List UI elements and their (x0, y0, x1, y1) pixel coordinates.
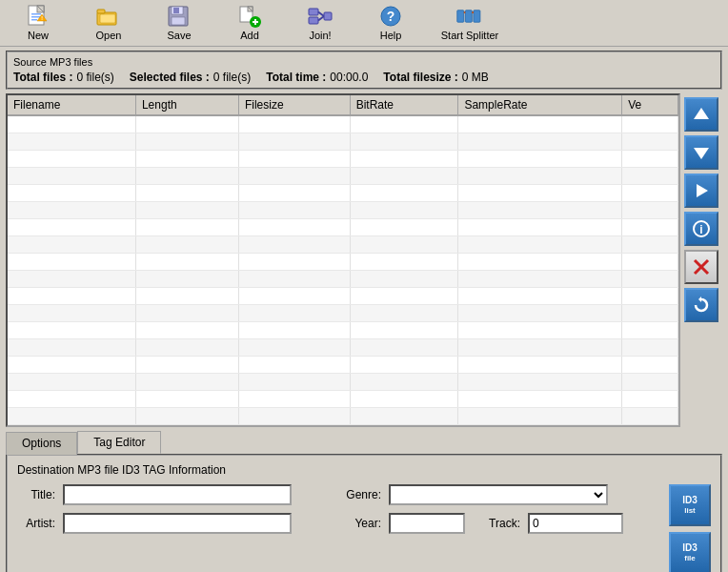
svg-rect-28 (474, 10, 480, 22)
svg-rect-21 (309, 9, 318, 15)
artist-row: Artist: (17, 513, 334, 534)
play-button[interactable] (684, 174, 718, 208)
col-bitrate: BitRate (350, 95, 458, 115)
table-row (8, 167, 678, 184)
col-length: Length (135, 95, 238, 115)
info-icon: i (692, 219, 711, 238)
id3-list-label-top: ID3 (682, 495, 698, 505)
svg-rect-23 (324, 12, 332, 20)
save-icon (166, 5, 192, 28)
delete-button[interactable] (684, 250, 718, 284)
genre-row: Genre: Blues Classic Rock Country Dance (343, 484, 659, 505)
year-label: Year: (343, 517, 381, 530)
add-button[interactable]: Add (215, 3, 284, 43)
svg-rect-10 (100, 14, 115, 23)
svg-marker-32 (694, 148, 709, 159)
tab-tag-editor[interactable]: Tag Editor (77, 431, 161, 454)
move-up-button[interactable] (684, 97, 718, 132)
svg-rect-26 (457, 10, 464, 22)
table-row (8, 150, 678, 167)
table-row (8, 373, 678, 390)
svg-marker-33 (697, 184, 708, 197)
total-filesize-value: 0 MB (462, 71, 489, 84)
genre-label: Genre: (343, 488, 381, 501)
open-icon (95, 5, 122, 28)
id3-buttons: ID3 list ID3 file (669, 484, 711, 573)
table-row (8, 287, 678, 304)
year-track-row: Year: Track: (343, 513, 659, 534)
track-input[interactable] (528, 513, 623, 534)
col-filename: Filename (8, 95, 135, 115)
tabs-area: Options Tag Editor Destination MP3 file … (6, 431, 722, 573)
svg-rect-5 (31, 19, 37, 21)
selected-files-item: Selected files : 0 file(s) (130, 71, 251, 84)
toolbar: ! New Open Save (0, 0, 728, 47)
add-icon (236, 5, 263, 28)
info-button[interactable]: i (684, 212, 718, 246)
col-samplerate: SampleRate (458, 95, 622, 115)
refresh-button[interactable] (684, 288, 718, 322)
svg-marker-31 (694, 108, 709, 119)
id3-list-label-bottom: list (684, 506, 696, 515)
table-row (8, 133, 678, 150)
open-label: Open (96, 30, 122, 41)
table-row (8, 321, 678, 338)
total-time-label: Total time : (266, 71, 326, 84)
refresh-icon (692, 296, 711, 315)
svg-rect-14 (172, 17, 185, 25)
id3-file-button[interactable]: ID3 file (669, 532, 711, 573)
table-row (8, 270, 678, 287)
tab-content: Destination MP3 file ID3 TAG Information… (6, 454, 722, 573)
selected-files-value: 0 file(s) (213, 71, 251, 84)
total-filesize-label: Total filesize : (383, 71, 457, 84)
tab-options[interactable]: Options (6, 432, 77, 455)
save-button[interactable]: Save (145, 3, 213, 43)
start-splitter-button[interactable]: Start Splitter (427, 3, 513, 43)
title-row: Title: (17, 484, 334, 505)
play-icon (692, 181, 711, 200)
join-button[interactable]: Join! (286, 3, 354, 43)
table-row (8, 356, 678, 373)
table-row (8, 235, 678, 253)
svg-text:i: i (699, 223, 702, 236)
destination-title: Destination MP3 file ID3 TAG Information (17, 463, 711, 477)
title-label: Title: (17, 488, 55, 501)
id3-list-button[interactable]: ID3 list (669, 484, 711, 526)
form-right: Genre: Blues Classic Rock Country Dance … (343, 484, 659, 541)
new-icon: ! (25, 5, 51, 28)
table-row (8, 407, 678, 424)
move-down-button[interactable] (684, 135, 718, 170)
join-label: Join! (309, 30, 331, 41)
down-arrow-icon (692, 143, 711, 162)
svg-rect-9 (97, 10, 105, 13)
total-filesize-item: Total filesize : 0 MB (383, 71, 488, 84)
main-area: Source MP3 files Total files : 0 file(s)… (0, 47, 728, 572)
id3-file-label-bottom: file (684, 554, 696, 562)
artist-input[interactable] (63, 513, 292, 534)
start-splitter-icon (456, 5, 483, 28)
col-ve: Ve (622, 95, 678, 115)
selected-files-label: Selected files : (130, 71, 210, 84)
svg-rect-27 (465, 10, 472, 22)
form-left: Title: Artist: (17, 484, 334, 541)
svg-rect-22 (309, 17, 318, 24)
svg-text:?: ? (387, 9, 395, 24)
svg-rect-13 (173, 8, 179, 13)
title-input[interactable] (63, 484, 292, 505)
table-row (8, 338, 678, 356)
svg-marker-38 (698, 296, 701, 302)
delete-icon (692, 257, 711, 276)
help-button[interactable]: ? Help (356, 3, 425, 43)
open-button[interactable]: Open (74, 3, 143, 43)
svg-rect-20 (254, 19, 256, 25)
total-time-value: 00:00.0 (330, 71, 368, 84)
genre-select[interactable]: Blues Classic Rock Country Dance (389, 484, 608, 505)
new-button[interactable]: ! New (4, 3, 72, 43)
file-list-container: Filename Length Filesize BitRate SampleR… (6, 93, 722, 427)
add-label: Add (240, 30, 259, 41)
year-input[interactable] (389, 513, 465, 534)
stats-bar: Source MP3 files Total files : 0 file(s)… (6, 51, 722, 90)
id3-file-label-top: ID3 (682, 542, 698, 553)
svg-rect-3 (31, 13, 41, 15)
file-table-wrapper: Filename Length Filesize BitRate SampleR… (6, 93, 680, 427)
